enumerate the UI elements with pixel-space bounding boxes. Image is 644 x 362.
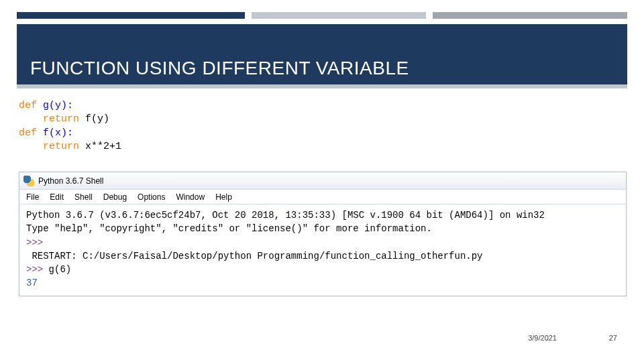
shell-restart-line: RESTART: C:/Users/Faisal/Desktop/python …	[26, 249, 619, 263]
decorative-top-stripe	[17, 12, 627, 19]
title-underline	[17, 84, 627, 88]
shell-banner-line: Type "help", "copyright", "credits" or "…	[26, 222, 619, 235]
menu-debug[interactable]: Debug	[103, 192, 127, 202]
shell-result: 37	[26, 276, 619, 290]
shell-prompt-line: >>>	[26, 236, 619, 249]
menu-options[interactable]: Options	[138, 192, 165, 202]
stripe-gap	[426, 12, 433, 19]
shell-menubar: File Edit Shell Debug Options Window Hel…	[19, 190, 626, 204]
shell-body: Python 3.6.7 (v3.6.7:6ec5cf24b7, Oct 20 …	[19, 204, 626, 296]
code-line: def f(x):	[19, 127, 624, 140]
python-icon	[23, 176, 34, 186]
menu-edit[interactable]: Edit	[50, 192, 64, 202]
stripe-seg-navy	[17, 12, 245, 19]
shell-titlebar: Python 3.6.7 Shell	[19, 172, 626, 190]
code-line: return x**2+1	[19, 140, 624, 154]
stripe-gap	[245, 12, 252, 19]
shell-prompt: >>>	[26, 237, 49, 248]
stripe-seg-gray-dark	[433, 12, 627, 19]
code-line: return f(y)	[19, 113, 624, 126]
shell-input-line: >>> g(6)	[26, 263, 619, 276]
menu-file[interactable]: File	[26, 192, 39, 202]
keyword-return: return	[43, 113, 79, 125]
code-line: def g(y):	[19, 99, 624, 113]
code-snippet: def g(y): return f(y) def f(x): return x…	[19, 99, 624, 154]
keyword-def: def	[19, 100, 43, 111]
slide-title: FUNCTION USING DIFFERENT VARIABLE	[30, 58, 409, 79]
menu-shell[interactable]: Shell	[74, 192, 93, 202]
shell-title-text: Python 3.6.7 Shell	[38, 176, 103, 186]
keyword-def: def	[19, 127, 43, 139]
shell-call: g(6)	[49, 264, 72, 275]
python-shell-window: Python 3.6.7 Shell File Edit Shell Debug…	[19, 172, 627, 296]
function-name-f: f(x):	[43, 127, 73, 139]
shell-prompt: >>>	[26, 264, 49, 275]
menu-help[interactable]: Help	[215, 192, 232, 202]
shell-banner-line: Python 3.6.7 (v3.6.7:6ec5cf24b7, Oct 20 …	[26, 208, 619, 222]
title-band: FUNCTION USING DIFFERENT VARIABLE	[17, 24, 627, 84]
menu-window[interactable]: Window	[176, 192, 205, 202]
footer-date: 3/9/2021	[528, 334, 557, 342]
stripe-seg-gray-light	[252, 12, 426, 19]
footer-page-number: 27	[609, 334, 617, 342]
keyword-return: return	[43, 141, 79, 152]
function-name-g: g(y):	[43, 100, 73, 111]
